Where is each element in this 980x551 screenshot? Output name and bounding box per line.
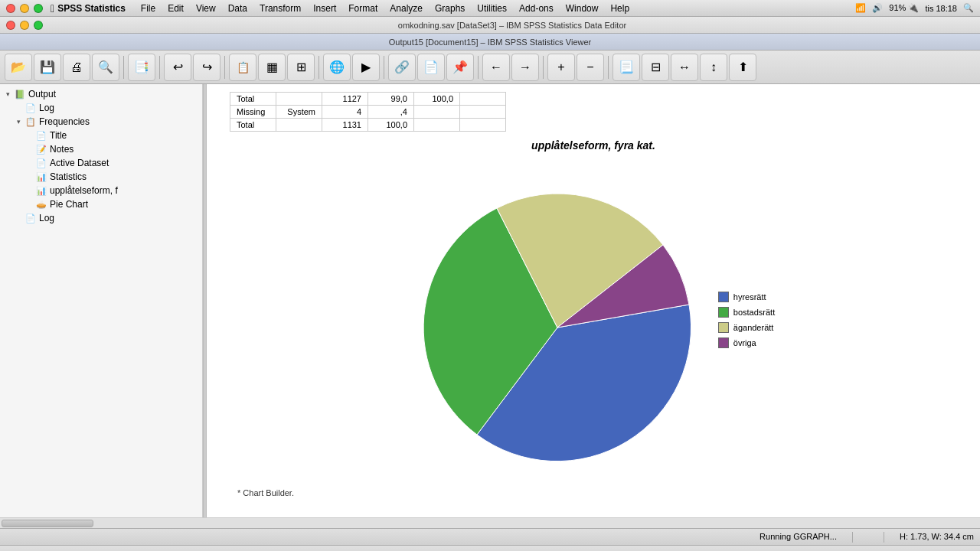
cell-empty xyxy=(276,93,322,106)
active-dataset-icon: 📄 xyxy=(35,157,47,169)
paste-button[interactable]: 📌 xyxy=(446,54,474,81)
search-icon[interactable]: 🔍 xyxy=(963,3,974,13)
data-close-btn[interactable] xyxy=(6,21,15,30)
menu-transform[interactable]: Transform xyxy=(253,2,307,15)
scrollbar-thumb[interactable] xyxy=(2,520,93,527)
frequencies-label: Frequencies xyxy=(39,116,90,127)
menu-insert[interactable]: Insert xyxy=(307,2,342,15)
tree-log1[interactable]: 📄 Log xyxy=(0,101,202,115)
zoom-in-button[interactable]: + xyxy=(547,54,575,81)
log1-label: Log xyxy=(39,103,54,113)
minimize-button[interactable] xyxy=(20,4,29,13)
log1-arrow xyxy=(14,103,23,112)
menu-help[interactable]: Help xyxy=(604,2,635,15)
navigator-sidebar[interactable]: ▾ 📗 Output 📄 Log ▾ 📋 Frequencies 📄 Title… xyxy=(0,84,203,517)
status-bar: Running GGRAPH... H: 1.73, W: 34.4 cm xyxy=(0,528,980,545)
tree-statistics[interactable]: 📊 Statistics xyxy=(0,170,202,184)
volume-icon: 🔊 xyxy=(872,3,883,13)
main-menu: File Edit View Data Transform Insert For… xyxy=(135,2,635,15)
frequencies-arrow: ▾ xyxy=(14,117,23,126)
cell-empty4 xyxy=(460,106,506,119)
table-button[interactable]: ▦ xyxy=(258,54,286,81)
toolbar-separator-4 xyxy=(318,56,319,79)
horizontal-scrollbar[interactable] xyxy=(0,517,980,528)
run-button[interactable]: ▶ xyxy=(352,54,380,81)
cell-99: 99,0 xyxy=(368,93,414,106)
menu-utilities[interactable]: Utilities xyxy=(471,2,513,15)
data-editor-titlebar: omkodning.sav [DataSet3] – IBM SPSS Stat… xyxy=(0,17,980,34)
tree-upplatelseform[interactable]: 📊 upplåtelseform, f xyxy=(0,184,202,197)
data-max-btn[interactable] xyxy=(34,21,43,30)
menu-file[interactable]: File xyxy=(135,2,162,15)
frequency-table-container: Total 1127 99,0 100,0 Missing System 4 ,… xyxy=(230,92,965,132)
tree-pie-chart[interactable]: 🥧 Pie Chart xyxy=(0,197,202,211)
print-button[interactable]: 🖨 xyxy=(63,54,90,81)
toolbar-separator-7 xyxy=(543,56,544,79)
export-button[interactable]: ⬆ xyxy=(729,54,756,81)
toolbar-separator-1 xyxy=(123,56,124,79)
split-button[interactable]: ⊟ xyxy=(642,54,669,81)
log2-icon: 📄 xyxy=(24,212,37,224)
main-toolbar: 📂 💾 🖨 🔍 📑 ↩ ↪ 📋 ▦ ⊞ 🌐 ▶ 🔗 📄 📌 ← → + − 📃 … xyxy=(0,51,980,84)
bottom-status-bar: Running GGRAPH... xyxy=(0,545,980,551)
cell-1131: 1131 xyxy=(322,119,368,132)
upplatelseform-arrow xyxy=(24,186,34,195)
insert-output-button[interactable]: 📋 xyxy=(229,54,256,81)
chart-area: upplåtelseform, fyra kat. xyxy=(222,139,965,481)
status-divider-2 xyxy=(884,532,884,543)
tree-active-dataset[interactable]: 📄 Active Dataset xyxy=(0,156,202,170)
undo-button[interactable]: ↩ xyxy=(164,54,191,81)
menu-analyze[interactable]: Analyze xyxy=(384,2,429,15)
tree-title[interactable]: 📄 Title xyxy=(0,129,202,142)
menu-format[interactable]: Format xyxy=(342,2,384,15)
collapse-button[interactable]: ↕ xyxy=(700,54,727,81)
title-arrow xyxy=(24,131,34,140)
link-button[interactable]: 🔗 xyxy=(388,54,416,81)
chart-with-legend: hyresrätt bostadsrätt äganderätt övriga xyxy=(412,159,775,481)
back-button[interactable]: ← xyxy=(482,54,510,81)
copy-button[interactable]: 📄 xyxy=(417,54,445,81)
close-button[interactable] xyxy=(6,4,15,13)
tree-output[interactable]: ▾ 📗 Output xyxy=(0,87,202,101)
legend-color-bostadsratt xyxy=(718,307,729,318)
save-button[interactable]: 💾 xyxy=(34,54,61,81)
chart-title: upplåtelseform, fyra kat. xyxy=(531,139,655,152)
globe-button[interactable]: 🌐 xyxy=(323,54,351,81)
pie-chart-arrow xyxy=(24,200,34,209)
menu-view[interactable]: View xyxy=(190,2,222,15)
tree-notes[interactable]: 📝 Notes xyxy=(0,142,202,156)
page-button[interactable]: 📃 xyxy=(612,54,640,81)
dimensions-status: H: 1.73, W: 34.4 cm xyxy=(900,532,974,543)
notes-arrow xyxy=(24,145,34,154)
active-dataset-label: Active Dataset xyxy=(50,158,109,168)
data-min-btn[interactable] xyxy=(20,21,29,30)
redo-button[interactable]: ↪ xyxy=(193,54,220,81)
legend-label-hyresratt: hyresrätt xyxy=(733,292,766,302)
tree-frequencies[interactable]: ▾ 📋 Frequencies xyxy=(0,115,202,129)
cell-dot4: ,4 xyxy=(368,106,414,119)
open-folder-button[interactable]: 📂 xyxy=(5,54,32,81)
menu-edit[interactable]: Edit xyxy=(162,2,190,15)
expand-button[interactable]: ↔ xyxy=(671,54,698,81)
zoom-out-button[interactable]: − xyxy=(577,54,604,81)
cell-missing-label: Missing xyxy=(230,106,276,119)
statistics-label: Statistics xyxy=(50,171,87,182)
forward-button[interactable]: → xyxy=(511,54,539,81)
cell-empty6 xyxy=(414,119,460,132)
pivot-button[interactable]: ⊞ xyxy=(287,54,315,81)
maximize-button[interactable] xyxy=(34,4,43,13)
pie-chart-visual xyxy=(412,159,703,481)
table-row: Total 1127 99,0 100,0 xyxy=(230,93,506,106)
tree-log2[interactable]: 📄 Log xyxy=(0,211,202,225)
bookmark-button[interactable]: 📑 xyxy=(128,54,155,81)
search-button[interactable]: 🔍 xyxy=(92,54,119,81)
title-icon: 📄 xyxy=(35,129,47,142)
menu-graphs[interactable]: Graphs xyxy=(429,2,471,15)
menu-window[interactable]: Window xyxy=(560,2,605,15)
pie-chart-icon: 🥧 xyxy=(35,198,47,210)
apple-icon[interactable]:  xyxy=(51,2,54,15)
legend-label-bostadsratt: bostadsrätt xyxy=(733,308,775,317)
menu-addons[interactable]: Add-ons xyxy=(513,2,560,15)
upplatelseform-icon: 📊 xyxy=(35,184,47,197)
menu-data[interactable]: Data xyxy=(222,2,253,15)
